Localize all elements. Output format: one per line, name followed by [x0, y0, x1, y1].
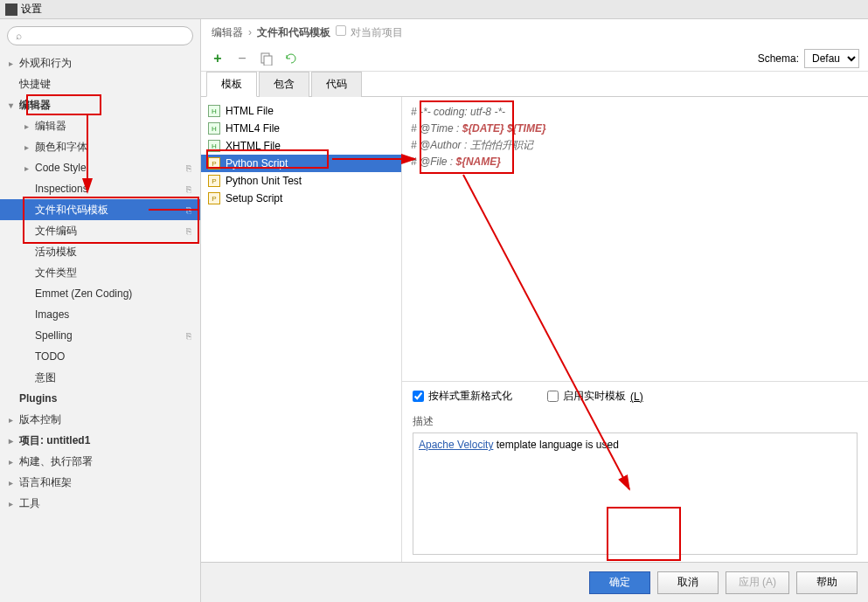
expand-arrow-icon: ▸ [9, 436, 19, 446]
tab[interactable]: 模板 [206, 72, 257, 97]
expand-arrow-icon: ▾ [9, 100, 19, 110]
sidebar-item[interactable]: Inspections⎘ [0, 178, 200, 199]
editor-pane: # -*- coding: utf-8 -*- # @Time : ${DATE… [402, 97, 868, 562]
add-button[interactable]: + [210, 51, 226, 66]
file-label: HTML4 File [226, 122, 280, 135]
ok-button[interactable]: 确定 [589, 571, 650, 594]
reformat-checkbox[interactable]: 按样式重新格式化 [413, 389, 512, 404]
sidebar-item[interactable]: 快捷键 [0, 73, 200, 94]
template-file-list[interactable]: HHTML FileHHTML4 FileHXHTML FilePPython … [201, 97, 402, 562]
expand-arrow-icon: ▸ [24, 163, 35, 173]
sidebar-item[interactable]: ▸外观和行为 [0, 52, 200, 73]
split-pane: HHTML FileHHTML4 FileHXHTML FilePPython … [201, 97, 868, 562]
sidebar-item[interactable]: 意图 [0, 367, 200, 388]
sidebar-item-label: 编辑器 [35, 119, 66, 134]
revert-button[interactable] [283, 51, 299, 66]
breadcrumb-part: 文件和代码模板 [257, 25, 330, 40]
expand-arrow-icon: ▸ [9, 499, 19, 509]
sidebar-item[interactable]: ▸构建、执行部署 [0, 451, 200, 472]
expand-arrow-icon: ▸ [9, 457, 19, 467]
expand-arrow-icon: ▸ [9, 415, 19, 425]
file-label: XHTML File [226, 140, 281, 152]
help-button[interactable]: 帮助 [796, 571, 858, 594]
schema-row: Schema: Defau [758, 49, 859, 68]
sidebar-item[interactable]: Emmet (Zen Coding) [0, 283, 200, 304]
sidebar-item[interactable]: ▸语言和框架 [0, 472, 200, 493]
svg-rect-1 [264, 56, 272, 66]
sidebar-item-label: 项目: untitled1 [19, 433, 90, 448]
window-title: 设置 [21, 2, 42, 17]
sidebar-item[interactable]: Images [0, 304, 200, 325]
scope-badge-icon: ⎘ [186, 163, 191, 173]
sidebar-item-label: 版本控制 [19, 412, 61, 427]
template-file-item[interactable]: PPython Unit Test [201, 172, 401, 190]
sidebar-item[interactable]: ▾编辑器 [0, 94, 200, 115]
cancel-button[interactable]: 取消 [657, 571, 719, 594]
sidebar-item[interactable]: ▸Code Style⎘ [0, 157, 200, 178]
sidebar-item[interactable]: ▸编辑器 [0, 115, 200, 136]
html-file-icon: H [208, 105, 220, 117]
template-code[interactable]: # -*- coding: utf-8 -*- # @Time : ${DATE… [402, 97, 868, 381]
sidebar-item-label: 文件编码 [35, 224, 77, 239]
sidebar-item[interactable]: Spelling⎘ [0, 325, 200, 346]
search-input[interactable] [7, 26, 193, 45]
expand-arrow-icon: ▸ [24, 121, 35, 131]
template-file-item[interactable]: HHTML4 File [201, 120, 401, 137]
html-file-icon: H [208, 140, 220, 152]
velocity-link[interactable]: Apache Velocity [419, 439, 493, 451]
template-file-item[interactable]: PPython Script [201, 155, 401, 172]
sidebar-item[interactable]: ▸工具 [0, 493, 200, 514]
app-icon [5, 3, 17, 16]
sidebar-item[interactable]: 活动模板 [0, 241, 200, 262]
description-box[interactable]: Apache Velocity template language is use… [413, 432, 858, 555]
file-label: HTML File [226, 105, 274, 117]
scope-badge-icon: ⎘ [186, 205, 191, 215]
search-icon: ⌕ [16, 30, 22, 42]
scope-badge-icon: ⎘ [186, 226, 191, 236]
sidebar-item-label: Spelling [35, 329, 73, 342]
remove-button[interactable]: − [234, 51, 250, 66]
scope-badge-icon: ⎘ [186, 331, 191, 341]
live-check[interactable] [547, 391, 559, 402]
template-file-item[interactable]: PSetup Script [201, 190, 401, 207]
sidebar-item[interactable]: 文件和代码模板⎘ [0, 199, 200, 220]
tab[interactable]: 包含 [259, 72, 309, 97]
schema-select[interactable]: Defau [804, 49, 859, 68]
breadcrumb-part[interactable]: 编辑器 [212, 25, 243, 40]
sidebar-item[interactable]: ▸项目: untitled1 [0, 430, 200, 451]
python-file-icon: P [208, 192, 220, 204]
copy-button[interactable] [259, 51, 274, 66]
sidebar-item-label: 意图 [35, 370, 56, 385]
html-file-icon: H [208, 122, 220, 135]
file-label: Setup Script [226, 192, 282, 204]
expand-arrow-icon: ▸ [24, 142, 35, 152]
sidebar-item[interactable]: 文件类型 [0, 262, 200, 283]
sidebar-item-label: Images [35, 308, 69, 321]
sidebar-item-label: 工具 [19, 496, 40, 511]
template-file-item[interactable]: HXHTML File [201, 137, 401, 155]
sidebar-item-label: 语言和框架 [19, 475, 72, 490]
sidebar-item[interactable]: ▸版本控制 [0, 409, 200, 430]
live-template-checkbox[interactable]: 启用实时模板 (L) [547, 389, 643, 404]
sidebar-item[interactable]: TODO [0, 346, 200, 367]
expand-arrow-icon: ▸ [9, 478, 19, 488]
reformat-check[interactable] [413, 391, 424, 402]
sidebar-item-label: Code Style [35, 162, 87, 174]
sidebar-item-label: 外观和行为 [19, 56, 72, 71]
main: ⌕ ▸外观和行为快捷键▾编辑器▸编辑器▸颜色和字体▸Code Style⎘Ins… [0, 19, 868, 602]
sidebar-item-label: 活动模板 [35, 245, 77, 259]
sidebar-item[interactable]: Plugins [0, 388, 200, 409]
sidebar-item-label: 文件类型 [35, 266, 77, 280]
settings-tree[interactable]: ▸外观和行为快捷键▾编辑器▸编辑器▸颜色和字体▸Code Style⎘Inspe… [0, 52, 200, 602]
file-label: Python Unit Test [226, 175, 302, 187]
sidebar-item-label: 快捷键 [19, 77, 51, 92]
apply-button[interactable]: 应用 (A) [726, 571, 789, 594]
expand-arrow-icon: ▸ [9, 59, 19, 68]
breadcrumb: 编辑器 › 文件和代码模板 对当前项目 [201, 19, 868, 45]
tab[interactable]: 代码 [311, 72, 362, 97]
sidebar-item[interactable]: ▸颜色和字体 [0, 136, 200, 157]
template-file-item[interactable]: HHTML File [201, 102, 401, 120]
sidebar-item[interactable]: 文件编码⎘ [0, 220, 200, 241]
project-icon [336, 25, 346, 36]
sidebar-item-label: 编辑器 [19, 98, 51, 113]
